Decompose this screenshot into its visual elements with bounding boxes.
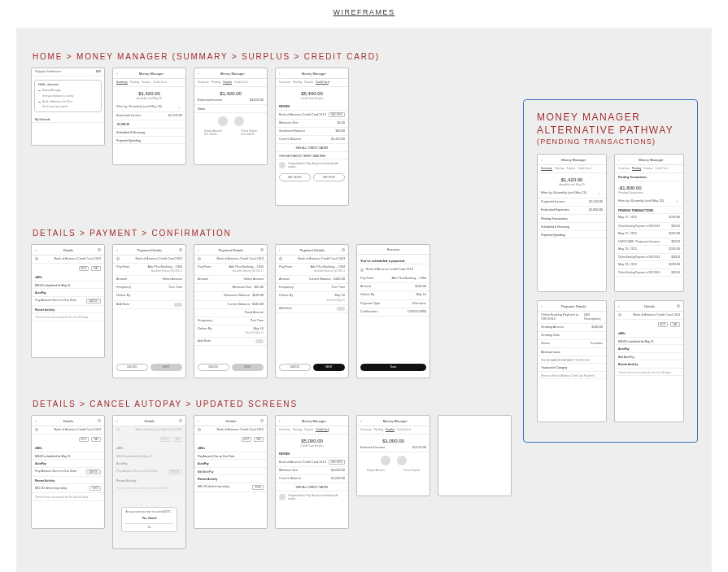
yes-cancel-button[interactable]: Yes, Cancel [125, 517, 173, 520]
note-toggle[interactable] [337, 307, 345, 311]
back-icon[interactable]: ‹ [116, 71, 118, 76]
confirm-modal: Are you sure you want to cancel AUTO… Ye… [121, 507, 177, 532]
screen-mm-cc-5000: ‹Money Manager SummaryPendingSurplusCred… [275, 415, 349, 529]
section-heading-2: DETAILS > PAYMENT > CONFIRMATION [33, 229, 512, 238]
alt-screen-details: ‹Details Bank of America Credit Card 241… [614, 300, 684, 422]
cancel-button[interactable]: CANCEL [86, 469, 101, 474]
chart-placeholders [194, 113, 267, 129]
section-heading-1: HOME > MONEY MANAGER (SUMMARY > SURPLUS … [33, 52, 512, 61]
no-button[interactable]: No [125, 523, 173, 529]
pay-button[interactable]: PAY [91, 266, 101, 271]
screen-payment-2: ‹Payment Details Bank of America Credit … [194, 244, 268, 378]
pay-now-button[interactable]: PAY NOW [329, 112, 345, 117]
alt-screen-payment-details: ‹Payment Details Online Banking Payment … [537, 300, 607, 422]
screen-cancel-confirm: ‹Details Bank of America Credit Card 241… [112, 415, 186, 549]
screen-mm-creditcard: ‹Money Manager SummaryPendingSurplusCred… [275, 68, 349, 206]
alternative-pathway-box: MONEY MANAGER ALTERNATIVE PATHWAY (PENDI… [523, 99, 698, 443]
see-all-link[interactable]: SEE ALL CREDIT CARDS [276, 144, 348, 152]
detail-label: Detail [194, 105, 267, 113]
alt-screen-pending: ‹Money Manager SummaryPendingSurplusCred… [614, 154, 684, 292]
view-button[interactable]: VIEW [89, 486, 101, 491]
pay-now-button[interactable]: PAY NOW [313, 173, 345, 181]
cancel-button[interactable]: CANCEL [116, 364, 148, 371]
row-section-2: ‹Details Bank of America Credit Card 241… [31, 244, 512, 378]
back-icon[interactable]: ‹ [198, 71, 199, 76]
greeting: Hello, Jasmine [38, 83, 98, 87]
screen-payment-1: ‹Payment Details Bank of America Credit … [112, 244, 186, 378]
screen-blank [438, 415, 512, 496]
screen-details-autopay: ‹Details Bank of America Credit Card 241… [31, 415, 105, 529]
next-button[interactable]: NEXT [232, 364, 264, 371]
screen-success: Success You've scheduled a payment. Bank… [356, 244, 430, 378]
pay-later-button[interactable]: PAY LATER [279, 173, 311, 181]
cancel-button[interactable]: CANCEL [198, 364, 229, 371]
screen-details-nocancel: ‹Details Bank of America Credit Card 241… [194, 415, 268, 529]
row-section-3: ‹Details Bank of America Credit Card 241… [31, 415, 512, 549]
alt-heading-1: MONEY MANAGER [537, 111, 684, 123]
screen-home: Regular Settlement$80 Hello, Jasmine Mon… [31, 68, 105, 146]
edit-button[interactable]: EDIT [79, 266, 89, 271]
note-toggle[interactable] [255, 339, 264, 343]
alt-heading-2: ALTERNATIVE PATHWAY [537, 124, 684, 136]
screen-payment-3: ‹Payment Details Bank of America Credit … [275, 244, 349, 378]
view-button[interactable]: VIEW [252, 485, 264, 490]
cancel-button[interactable]: CANCEL [86, 299, 101, 303]
next-button[interactable]: NEXT [150, 364, 182, 371]
alt-subheading: (PENDING TRANSACTIONS) [537, 138, 684, 146]
screen-mm-surplus: ‹Money Manager SummaryPendingSurplusCred… [194, 68, 268, 165]
cancel-button[interactable]: CANCEL [279, 364, 311, 371]
wireframe-canvas: HOME > MONEY MANAGER (SUMMARY > SURPLUS … [16, 28, 712, 572]
note-toggle[interactable] [174, 303, 182, 307]
alt-screen-mm-summary: ‹Money Manager SummaryPendingSurplusCred… [537, 154, 607, 292]
screen-mm-surplus-1000: ‹Money Manager SummaryPendingSurplusCred… [356, 415, 430, 496]
section-heading-3: DETAILS > CANCEL AUTOPAY > UPDATED SCREE… [33, 400, 512, 408]
screen-mm-summary: ‹Money Manager SummaryPendingSurplusCred… [112, 68, 186, 165]
next-button[interactable]: NEXT [313, 364, 345, 371]
row-section-1: Regular Settlement$80 Hello, Jasmine Mon… [31, 68, 512, 206]
back-icon[interactable]: ‹ [279, 71, 281, 76]
done-button[interactable]: Done [360, 364, 426, 371]
page-title: WIREFRAMES [0, 0, 728, 23]
screen-details: ‹Details Bank of America Credit Card 241… [31, 244, 105, 358]
